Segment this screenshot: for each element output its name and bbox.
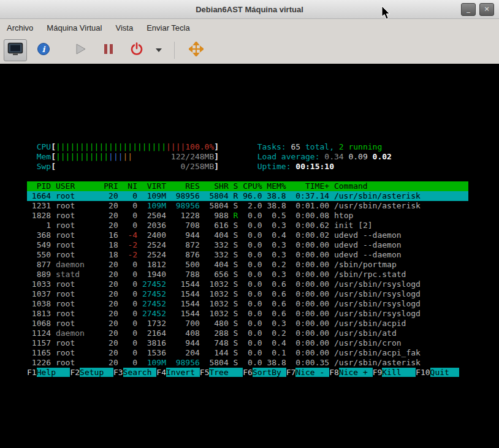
fkey-F8[interactable]: Nice + — [339, 368, 373, 377]
menu-maquina-virtual[interactable]: Máquina Virtual — [46, 22, 102, 34]
process-row: 1068 root 20 0 1732 700 480 S 0.0 0.3 0:… — [27, 319, 468, 328]
pause-icon — [103, 43, 114, 58]
menu-archivo[interactable]: Archivo — [6, 22, 34, 34]
htop-screen: CPU[|||||||||||||||||||||||||||100.0%] T… — [27, 142, 468, 378]
toolbar: i — [0, 36, 499, 64]
fkey-F4[interactable]: Invert — [166, 368, 200, 377]
process-row: 1813 root 20 0 27452 1544 1032 S 0.0 0.6… — [27, 309, 468, 319]
move-arrows-icon — [189, 42, 204, 59]
close-button[interactable]: × — [479, 3, 494, 16]
fkey-F1[interactable]: Help — [37, 368, 70, 377]
process-row: 1157 root 20 0 3816 944 748 S 0.0 0.4 0:… — [27, 338, 468, 348]
process-row: 877 daemon 20 0 1812 500 404 S 0.0 0.2 0… — [27, 260, 468, 270]
minimize-button[interactable]: _ — [461, 3, 476, 16]
run-button[interactable] — [69, 39, 92, 61]
window-controls: _ × — [461, 3, 494, 16]
fkey-F5[interactable]: Tree — [209, 368, 243, 377]
fkey-F2[interactable]: Setup — [80, 368, 113, 377]
menu-vista[interactable]: Vista — [115, 22, 134, 34]
menu-enviar-tecla[interactable]: Enviar Tecla — [146, 22, 191, 34]
close-icon: × — [484, 5, 489, 13]
toolbar-separator — [174, 42, 175, 59]
titlebar: Debian6AST Máquina virtual _ × — [0, 0, 499, 19]
mem-meter: Mem[|||||||||||||||| 122/248MB] Load ave… — [27, 152, 468, 162]
fkey-F10[interactable]: Quit — [430, 368, 459, 377]
power-icon — [130, 42, 143, 58]
shutdown-menu-button[interactable] — [153, 39, 164, 61]
process-row: 1037 root 20 0 27452 1544 1032 S 0.0 0.6… — [27, 289, 468, 299]
swp-meter: Swp[ 0/258MB] Uptime: 00:15:10 — [27, 162, 468, 172]
spacer — [27, 172, 468, 181]
vm-display-console[interactable]: CPU[|||||||||||||||||||||||||||100.0%] T… — [0, 64, 499, 448]
fullscreen-button[interactable] — [185, 39, 208, 61]
process-row: 368 root 16 -4 2400 944 404 S 0.0 0.4 0:… — [27, 230, 468, 240]
function-key-bar: F1Help F2Setup F3Search F4Invert F5Tree … — [27, 368, 468, 378]
fkey-F9[interactable]: Kill — [382, 368, 416, 377]
fkey-F7[interactable]: Nice - — [295, 368, 329, 377]
process-row: 549 root 18 -2 2524 872 332 S 0.0 0.3 0:… — [27, 240, 468, 250]
window-title: Debian6AST Máquina virtual — [196, 5, 303, 14]
info-icon: i — [37, 42, 50, 58]
process-row: 1033 root 20 0 27452 1544 1032 S 0.0 0.6… — [27, 279, 468, 289]
cpu-meter: CPU[|||||||||||||||||||||||||||100.0%] T… — [27, 142, 468, 152]
fkey-F3[interactable]: Search — [123, 368, 157, 377]
fkey-F6[interactable]: SortBy — [253, 368, 286, 377]
process-row: 550 root 18 -2 2524 876 332 S 0.0 0.3 0:… — [27, 250, 468, 260]
process-row: 1165 root 20 0 1536 204 144 S 0.0 0.1 0:… — [27, 348, 468, 358]
vm-info-button[interactable]: i — [32, 39, 55, 61]
process-table-header: PID USER PRI NI VIRT RES SHR S CPU% MEM%… — [27, 181, 468, 191]
minimize-icon: _ — [467, 5, 470, 13]
process-row: 889 statd 20 0 1940 788 656 S 0.0 0.3 0:… — [27, 270, 468, 279]
process-row: 1828 root 20 0 2504 1228 988 R 0.0 0.5 0… — [27, 211, 468, 221]
process-row: 1231 root 20 0 109M 98956 5804 S 2.0 38.… — [27, 201, 468, 211]
chevron-down-icon — [156, 48, 162, 52]
process-row: 1124 daemon 20 0 2164 408 288 S 0.0 0.2 … — [27, 328, 468, 338]
vm-window-chrome: Debian6AST Máquina virtual _ × Archivo M… — [0, 0, 499, 64]
play-icon — [74, 43, 86, 58]
process-row: 1226 root 20 0 109M 98956 5804 S 0.0 38.… — [27, 358, 468, 368]
pause-button[interactable] — [97, 39, 120, 61]
menubar: Archivo Máquina Virtual Vista Enviar Tec… — [0, 19, 499, 36]
console-display-button[interactable] — [4, 39, 27, 61]
process-row-selected: 1664 root 20 0 109M 98956 5804 R 96.0 38… — [27, 191, 468, 201]
shutdown-button[interactable] — [125, 39, 148, 61]
process-row: 1 root 20 0 2036 708 616 S 0.0 0.3 0:00.… — [27, 221, 468, 230]
monitor-icon — [7, 42, 23, 58]
process-row: 1038 root 20 0 27452 1544 1032 S 0.0 0.6… — [27, 299, 468, 309]
